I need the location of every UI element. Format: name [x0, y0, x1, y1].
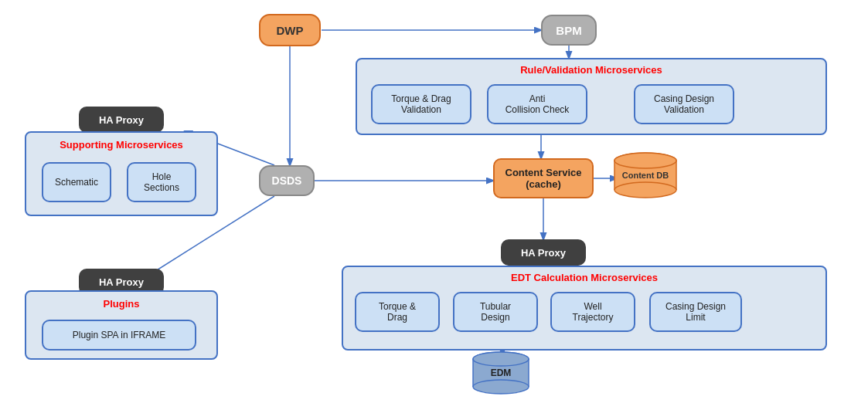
edt-calculation-box: EDT Calculation Microservices Torque &Dr…	[342, 266, 827, 351]
schematic-node: Schematic	[42, 162, 111, 202]
ha-proxy-edt: HA Proxy	[501, 239, 586, 266]
diagram: DWP BPM Rule/Validation Microservices To…	[0, 0, 868, 403]
ha-proxy-edt-label: HA Proxy	[521, 247, 566, 259]
casing-design-limit-label: Casing DesignLimit	[665, 301, 726, 323]
rule-validation-title: Rule/Validation Microservices	[357, 64, 825, 76]
schematic-label: Schematic	[55, 177, 98, 188]
svg-point-15	[614, 182, 676, 198]
content-db-cylinder: Content DB	[611, 151, 680, 199]
dsds-node: DSDS	[259, 165, 315, 196]
well-trajectory-node: WellTrajectory	[550, 292, 635, 332]
casing-design-validation-node: Casing DesignValidation	[634, 84, 734, 124]
svg-point-23	[473, 352, 529, 366]
supporting-title: Supporting Microservices	[26, 139, 216, 151]
well-trajectory-label: WellTrajectory	[573, 301, 614, 323]
tubular-design-node: TubularDesign	[453, 292, 538, 332]
torque-drag-node: Torque &Drag	[355, 292, 440, 332]
casing-design-limit-node: Casing DesignLimit	[649, 292, 742, 332]
hole-sections-label: HoleSections	[144, 171, 179, 193]
torque-drag-label: Torque &Drag	[379, 301, 416, 323]
dwp-node: DWP	[259, 14, 321, 46]
hole-sections-node: HoleSections	[127, 162, 196, 202]
tubular-design-label: TubularDesign	[480, 301, 511, 323]
svg-point-16	[614, 153, 676, 168]
supporting-microservices-box: Supporting Microservices Schematic HoleS…	[25, 131, 218, 216]
svg-text:EDM: EDM	[491, 367, 512, 378]
ha-proxy-plugins-label: HA Proxy	[99, 276, 144, 288]
content-service-node: Content Service(cache)	[493, 158, 594, 198]
plugins-title: Plugins	[26, 298, 216, 310]
anti-collision-node: AntiCollision Check	[487, 84, 587, 124]
dsds-label: DSDS	[272, 174, 302, 187]
plugins-box: Plugins Plugin SPA in IFRAME	[25, 290, 218, 360]
torque-drag-validation-node: Torque & DragValidation	[371, 84, 471, 124]
rule-validation-box: Rule/Validation Microservices Torque & D…	[356, 58, 827, 135]
bpm-label: BPM	[556, 24, 581, 37]
svg-point-22	[473, 380, 529, 394]
torque-drag-validation-label: Torque & DragValidation	[391, 93, 451, 115]
ha-proxy-supporting-label: HA Proxy	[99, 114, 144, 126]
plugin-spa-node: Plugin SPA in IFRAME	[42, 320, 196, 351]
svg-text:Content DB: Content DB	[622, 171, 669, 180]
anti-collision-label: AntiCollision Check	[505, 93, 570, 115]
content-service-label: Content Service(cache)	[505, 167, 582, 190]
bpm-node: BPM	[541, 15, 597, 46]
casing-design-validation-label: Casing DesignValidation	[654, 93, 714, 115]
plugin-spa-label: Plugin SPA in IFRAME	[73, 330, 166, 340]
dwp-label: DWP	[277, 24, 304, 37]
edm-cylinder: EDM	[470, 351, 532, 396]
ha-proxy-supporting: HA Proxy	[79, 107, 164, 133]
edt-title: EDT Calculation Microservices	[343, 272, 825, 283]
